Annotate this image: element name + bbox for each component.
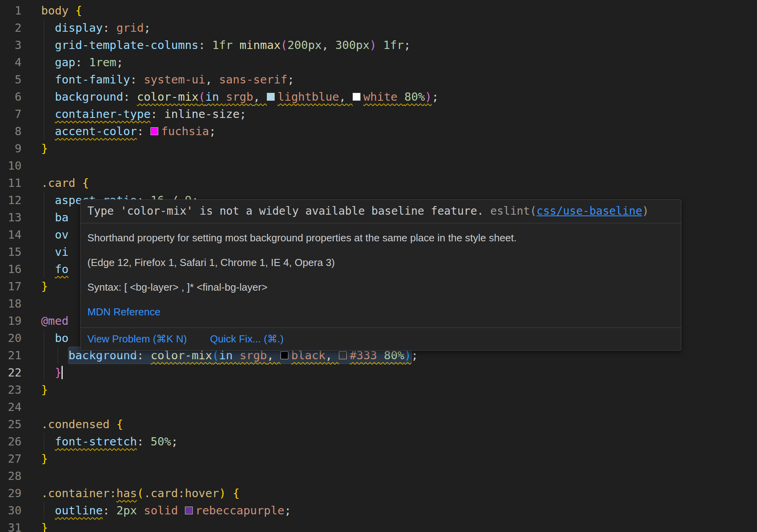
line-number[interactable]: 1: [0, 2, 41, 19]
line-number[interactable]: 16: [0, 261, 41, 278]
token: grid: [116, 21, 144, 34]
line-number[interactable]: 10: [0, 157, 41, 174]
code-line[interactable]: 27}: [0, 450, 757, 467]
line-number[interactable]: 9: [0, 140, 41, 157]
line-number[interactable]: 27: [0, 450, 41, 467]
line-number[interactable]: 5: [0, 71, 41, 88]
token: 300px: [335, 38, 369, 52]
indent-guide: [44, 209, 44, 226]
code-line[interactable]: 23}: [0, 381, 757, 398]
indent-guide: [44, 364, 44, 381]
line-number[interactable]: 13: [0, 209, 41, 226]
code-line[interactable]: 10: [0, 157, 757, 174]
color-swatch[interactable]: [353, 93, 360, 101]
indent-guide: [44, 329, 44, 347]
line-number[interactable]: 3: [0, 36, 41, 54]
color-swatch[interactable]: [150, 127, 158, 135]
line-number[interactable]: 14: [0, 226, 41, 243]
code-line[interactable]: 31}: [0, 519, 757, 532]
token: vi: [55, 245, 69, 259]
code-line[interactable]: 1body {: [0, 2, 757, 19]
line-content: gap: 1rem;: [41, 54, 757, 71]
view-problem-link[interactable]: View Problem (⌘K N): [87, 333, 187, 345]
line-number[interactable]: 6: [0, 88, 41, 105]
token: grid-template-columns: [55, 38, 199, 52]
indent-guide: [44, 261, 44, 278]
line-number[interactable]: 26: [0, 433, 41, 450]
code-line[interactable]: 9}: [0, 140, 757, 157]
token: ;: [288, 73, 294, 86]
code-line[interactable]: 8 accent-color: fuchsia;: [0, 123, 757, 140]
line-number[interactable]: 2: [0, 19, 41, 36]
token: {: [233, 487, 239, 500]
code-line[interactable]: 22 }: [0, 364, 757, 381]
token: ;: [209, 125, 216, 138]
token: [41, 366, 55, 379]
token: :: [130, 73, 144, 86]
line-number[interactable]: 18: [0, 295, 41, 312]
line-number[interactable]: 4: [0, 54, 41, 71]
token: [41, 73, 55, 86]
token: {: [75, 4, 82, 17]
line-number[interactable]: 7: [0, 105, 41, 123]
code-line[interactable]: 3 grid-template-columns: 1fr minmax(200p…: [0, 36, 757, 54]
token: :: [103, 504, 116, 517]
indent-guide: [44, 502, 44, 519]
token: ,: [267, 349, 281, 362]
line-number[interactable]: 8: [0, 123, 41, 140]
code-line[interactable]: 4 gap: 1rem;: [0, 54, 757, 71]
token: font-stretch: [55, 435, 137, 448]
line-content: display: grid;: [41, 19, 757, 36]
line-number[interactable]: 24: [0, 398, 41, 416]
line-number[interactable]: 20: [0, 329, 41, 347]
token: ;: [411, 349, 418, 362]
code-line[interactable]: 30 outline: 2px solid rebeccapurple;: [0, 502, 757, 519]
color-swatch[interactable]: [267, 93, 275, 101]
token: container-type: [55, 107, 150, 121]
indent-guide: [44, 71, 44, 88]
code-line[interactable]: 5 font-family: system-ui, sans-serif;: [0, 71, 757, 88]
line-number[interactable]: 30: [0, 502, 41, 519]
code-line[interactable]: 2 display: grid;: [0, 19, 757, 36]
mdn-reference-link[interactable]: MDN Reference: [87, 306, 160, 318]
code-line[interactable]: 29.container:has(.card:hover) {: [0, 485, 757, 502]
code-line[interactable]: 28: [0, 467, 757, 485]
line-number[interactable]: 22: [0, 364, 41, 381]
line-number[interactable]: 11: [0, 174, 41, 192]
line-number[interactable]: 23: [0, 381, 41, 398]
token: }: [55, 366, 62, 379]
code-line[interactable]: 25.condensed {: [0, 416, 757, 433]
code-line[interactable]: 11.card {: [0, 174, 757, 192]
token: [137, 504, 143, 517]
line-number[interactable]: 21: [0, 347, 41, 364]
code-line[interactable]: 24: [0, 398, 757, 416]
token: [41, 228, 55, 241]
code-editor[interactable]: 1body {2 display: grid;3 grid-template-c…: [0, 0, 757, 532]
code-line[interactable]: 26 font-stretch: 50%;: [0, 433, 757, 450]
quick-fix-link[interactable]: Quick Fix... (⌘.): [210, 333, 284, 345]
color-swatch[interactable]: [339, 351, 347, 359]
token: ): [369, 38, 376, 52]
line-content: body {: [41, 2, 757, 19]
line-number[interactable]: 25: [0, 416, 41, 433]
line-number[interactable]: 19: [0, 312, 41, 329]
line-number[interactable]: 28: [0, 467, 41, 485]
token: :: [103, 21, 116, 34]
color-swatch[interactable]: [281, 351, 288, 359]
token: :: [150, 107, 164, 121]
color-swatch[interactable]: [185, 507, 193, 514]
text-cursor: [62, 366, 63, 379]
indent-guide: [44, 226, 44, 243]
eslint-rule-link[interactable]: css/use-baseline: [536, 204, 642, 217]
line-number[interactable]: 31: [0, 519, 41, 532]
token: font-family: [55, 73, 130, 86]
code-line[interactable]: 6 background: color-mix(in srgb, lightbl…: [0, 88, 757, 105]
line-number[interactable]: 17: [0, 278, 41, 295]
line-number[interactable]: 15: [0, 243, 41, 261]
code-line[interactable]: 7 container-type: inline-size;: [0, 105, 757, 123]
line-number[interactable]: 12: [0, 192, 41, 209]
line-number[interactable]: 29: [0, 485, 41, 502]
line-content: background: color-mix(in srgb, lightblue…: [41, 88, 757, 105]
line-content: accent-color: fuchsia;: [41, 123, 757, 140]
line-content: .container:has(.card:hover) {: [41, 485, 757, 502]
